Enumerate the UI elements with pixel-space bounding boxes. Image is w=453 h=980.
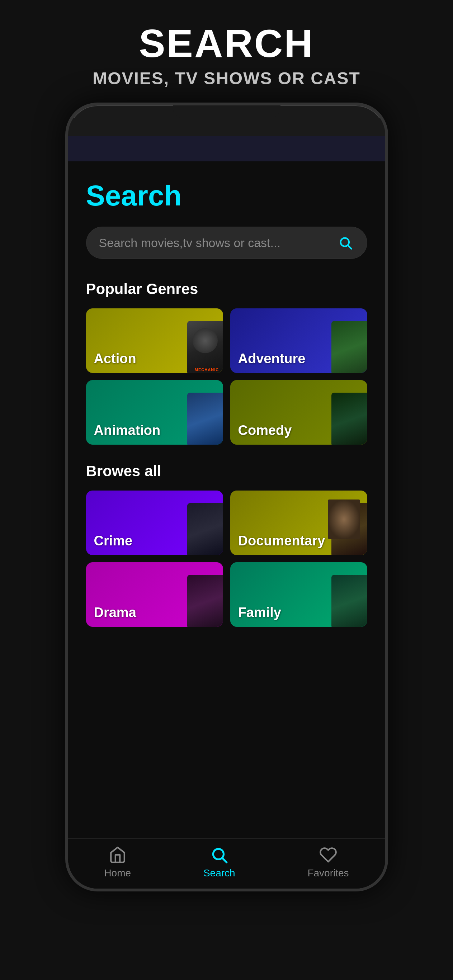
genre-card-drama[interactable]: Drama <box>86 562 223 627</box>
genre-card-crime[interactable]: Crime <box>86 490 223 555</box>
genre-art-adventure <box>324 314 367 373</box>
genre-label-family: Family <box>230 598 289 627</box>
nav-label-search: Search <box>203 867 235 879</box>
poster-drama-show <box>187 575 223 627</box>
poster-rick-morty <box>332 393 367 445</box>
nav-label-favorites: Favorites <box>307 867 349 879</box>
nav-item-search[interactable]: Search <box>203 845 235 879</box>
poster-social-network <box>332 503 367 555</box>
bottom-navigation: Home Search Favorites <box>68 838 385 889</box>
genre-card-family[interactable]: Family <box>230 562 367 627</box>
phone-screen: Search Search movies,tv shows or cast...… <box>68 136 385 889</box>
genre-art-drama <box>180 568 223 627</box>
genre-art-action <box>180 314 223 373</box>
poster-family-show <box>332 575 367 627</box>
genre-label-drama: Drama <box>86 598 144 627</box>
app-content: Search Search movies,tv shows or cast...… <box>68 161 385 838</box>
phone-notch <box>173 105 281 118</box>
browse-all-title: Browes all <box>86 463 367 480</box>
header-subtitle: MOVIES, TV SHOWS OR CAST <box>14 68 439 88</box>
poster-mechanic <box>187 321 223 373</box>
nav-label-home: Home <box>104 867 131 879</box>
search-input[interactable]: Search movies,tv shows or cast... <box>99 236 337 250</box>
genre-card-documentary[interactable]: Documentary <box>230 490 367 555</box>
nav-item-home[interactable]: Home <box>104 845 131 879</box>
home-icon <box>108 845 127 864</box>
search-bar[interactable]: Search movies,tv shows or cast... <box>86 227 367 259</box>
page-title: Search <box>86 179 367 212</box>
poster-peaky-blinders <box>187 503 223 555</box>
search-icon[interactable] <box>337 234 354 252</box>
genre-label-crime: Crime <box>86 527 140 555</box>
genre-card-comedy[interactable]: Comedy <box>230 380 367 445</box>
phone-device: Search Search movies,tv shows or cast...… <box>65 103 388 891</box>
header-title: SEARCH <box>14 22 439 65</box>
genre-label-animation: Animation <box>86 416 169 445</box>
search-nav-icon <box>209 845 229 864</box>
header-section: SEARCH MOVIES, TV SHOWS OR CAST <box>0 0 453 103</box>
genre-card-action[interactable]: Action <box>86 309 223 373</box>
status-bar <box>68 118 385 136</box>
genre-card-animation[interactable]: Animation <box>86 380 223 445</box>
genre-art-comedy <box>324 385 367 445</box>
poster-jungle-book <box>332 321 367 373</box>
svg-line-1 <box>348 246 351 249</box>
genre-art-family <box>324 568 367 627</box>
nav-item-favorites[interactable]: Favorites <box>307 845 349 879</box>
genre-label-action: Action <box>86 345 144 373</box>
genre-art-animation <box>180 385 223 445</box>
popular-genres-title: Popular Genres <box>86 280 367 298</box>
genre-card-adventure[interactable]: Adventure <box>230 309 367 373</box>
poster-cinderella <box>187 393 223 445</box>
svg-line-3 <box>223 858 226 862</box>
genre-art-crime <box>180 496 223 555</box>
genre-label-documentary: Documentary <box>230 527 333 555</box>
popular-genres-grid: Action Adventure Animation <box>86 309 367 445</box>
genre-label-comedy: Comedy <box>230 416 300 445</box>
favorites-icon <box>318 845 338 864</box>
genre-label-adventure: Adventure <box>230 345 313 373</box>
top-bar <box>68 136 385 161</box>
browse-all-grid: Crime Documentary Drama <box>86 490 367 627</box>
